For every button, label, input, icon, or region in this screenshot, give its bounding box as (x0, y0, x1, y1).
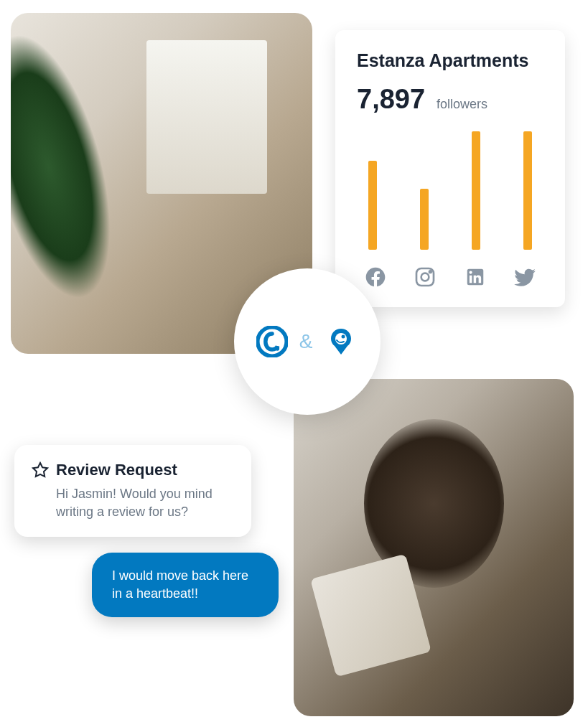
stats-count-row: 7,897 followers (357, 84, 543, 115)
stats-count: 7,897 (357, 84, 425, 115)
star-icon (32, 461, 49, 479)
bar-facebook (368, 161, 377, 250)
social-icons-row (357, 264, 543, 290)
linkedin-icon (462, 264, 488, 290)
twitter-icon (512, 264, 538, 290)
review-text: Hi Jasmin! Would you mind writing a revi… (32, 485, 234, 521)
facebook-icon (363, 264, 388, 290)
svg-point-5 (342, 335, 345, 339)
center-badge: & (234, 268, 381, 415)
stats-card: Estanza Apartments 7,897 followers (335, 30, 565, 307)
bar-instagram (420, 189, 429, 250)
logo-a-icon (256, 326, 288, 357)
bar-twitter (523, 131, 532, 250)
instagram-icon (412, 264, 438, 290)
badge-ampersand: & (299, 330, 313, 353)
stats-bars (357, 128, 543, 250)
review-title: Review Request (56, 461, 177, 479)
svg-point-3 (257, 327, 286, 356)
logo-bird-icon (324, 324, 358, 359)
reply-bubble: I would move back here in a heartbeat!! (92, 553, 279, 617)
review-request-card: Review Request Hi Jasmin! Would you mind… (14, 445, 251, 537)
stats-label: followers (437, 97, 487, 112)
person-image (294, 379, 574, 716)
reply-text: I would move back here in a heartbeat!! (112, 567, 258, 603)
svg-point-1 (421, 273, 429, 281)
stats-title: Estanza Apartments (357, 50, 543, 71)
svg-point-2 (429, 271, 431, 273)
bar-linkedin (472, 131, 480, 250)
review-header: Review Request (32, 461, 234, 479)
